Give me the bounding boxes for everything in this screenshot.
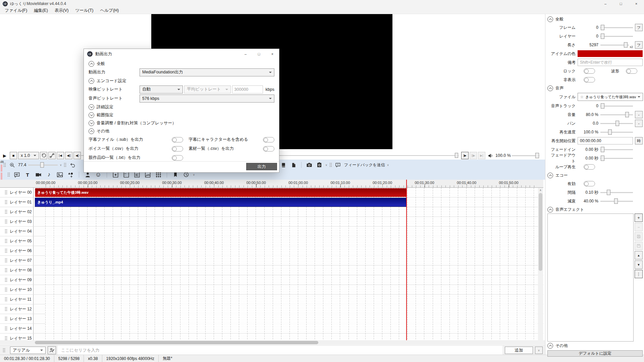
timeline-zoom-slider[interactable] [28,162,58,168]
audio-track-slider[interactable] [600,103,633,109]
seek-slider-thumb[interactable] [455,153,458,158]
capture-overflow-chevron[interactable]: ∨ [325,164,327,167]
add-text-item-icon[interactable]: T [23,171,32,179]
menu-tools[interactable]: ツール(T) [72,7,97,14]
length-value[interactable]: 5297 [578,43,598,47]
length-unit-button[interactable]: フ [635,41,643,49]
layer-header-cell[interactable]: レイヤー 13 [0,314,34,323]
font-select[interactable]: アリアル [10,347,46,354]
pan-value[interactable]: 0.0 [578,121,598,126]
pan-animation-button[interactable]: - [635,120,643,127]
layer-header-cell[interactable]: レイヤー 05 [0,236,34,246]
layer-header-cell[interactable]: レイヤー 00 [0,188,34,197]
add-serif-button[interactable]: 追加 [505,347,533,354]
audio-effects-list[interactable] [547,214,634,342]
layer-drag-handle[interactable] [5,248,7,253]
move-effect-down-button[interactable]: ▼ [635,260,643,269]
favorite-star-icon[interactable]: ☆ [580,95,584,99]
fade-out-value[interactable]: 0.00 秒 [578,156,598,161]
layer-header-cell[interactable]: レイヤー 08 [0,265,34,275]
export-file-icon[interactable] [289,161,298,169]
layer-drag-handle[interactable] [5,200,7,204]
material-list-toggle[interactable] [263,146,274,152]
toolbar-drag-handle[interactable] [64,163,66,167]
expand-range-icon[interactable] [89,112,94,118]
playhead[interactable] [406,180,407,340]
load-effect-preset-button[interactable] [635,232,643,241]
fade-out-slider[interactable] [600,156,633,161]
move-effect-up-button[interactable]: ▲ [635,251,643,259]
dialog-minimize-button[interactable]: – [239,49,252,59]
layer-header-cell[interactable]: レイヤー 02 [0,207,34,217]
layer-drag-handle[interactable] [5,209,7,214]
layer-header-cell[interactable]: レイヤー 07 [0,256,34,265]
add-video-item-icon[interactable] [34,171,42,179]
output-button[interactable]: 出力 [246,163,277,170]
item-color-swatch[interactable] [578,50,643,57]
fade-in-value[interactable]: 0.00 秒 [578,147,598,153]
time-unit-button[interactable]: 時 [635,137,643,144]
add-audio-item-icon[interactable]: ♪ [45,171,53,179]
layer-header-cell[interactable]: レイヤー 15 [0,334,34,340]
start-position-input[interactable]: 00:00:00.00 [578,137,633,144]
timeline-horizontal-scrollbar[interactable] [0,340,545,345]
collapse-dialog-others-icon[interactable] [89,128,94,134]
menu-edit[interactable]: 編集(E) [31,7,51,14]
collapse-audio-icon[interactable] [547,85,553,91]
serif-bar-drag-handle[interactable] [3,348,5,353]
layer-drag-handle[interactable] [5,297,7,302]
timeline-clip-audio[interactable]: きゅうり食ってた午後3時.wav [35,188,407,197]
echo-enabled-toggle[interactable] [584,181,595,186]
fade-in-slider[interactable] [600,147,633,152]
effect-menu-button[interactable]: ⋮ [635,270,643,278]
collapse-dialog-general-icon[interactable] [89,61,94,67]
audio-track-value[interactable]: 0 [578,104,598,108]
playback-speed-select[interactable]: x 1.0 [18,152,39,159]
maximize-button[interactable]: □ [613,0,629,7]
echo-decay-value[interactable]: 40.00 % [578,199,598,203]
parent-id-list-toggle[interactable] [172,155,183,161]
echo-interval-slider[interactable] [600,190,633,195]
voice-list-toggle[interactable] [172,146,183,152]
layer-header-cell[interactable]: レイヤー 06 [0,246,34,255]
layer-drag-handle[interactable] [5,219,7,224]
video-output-select[interactable]: MediaFoundation出力 [140,68,274,76]
toolbar-drag-handle[interactable] [3,163,6,167]
audio-file-select[interactable]: ☆ きゅうり食ってた午後3時.wav [578,93,643,101]
menu-file[interactable]: ファイル(F) [1,7,31,14]
master-volume-slider[interactable] [512,153,539,158]
forward-scene-button[interactable]: ||▶ [470,152,477,159]
layer-header-cell[interactable]: レイヤー 11 [0,295,34,304]
layer-drag-handle[interactable] [5,316,7,321]
toolbar-drag-handle[interactable] [329,163,332,167]
layer-header-cell[interactable]: レイヤー 12 [0,304,34,314]
stop-button[interactable]: ■ [10,152,17,159]
volume-value[interactable]: 80.0 % [578,112,598,117]
layer-header-cell[interactable]: レイヤー 01 [0,197,34,207]
clipboard-capture-icon[interactable] [315,161,323,169]
add-voice-item-icon[interactable] [13,171,21,179]
feedback-button[interactable]: フィードバックを送信 [344,162,385,168]
set-default-button[interactable]: デフォルトに設定 [547,350,643,357]
feedback-overflow-chevron[interactable]: ∨ [387,164,389,167]
speaker-edit-icon[interactable] [48,346,56,354]
dialog-close-button[interactable]: × [266,49,279,59]
play-from-cursor-button[interactable]: |▶ [461,152,469,159]
volume-slider[interactable] [600,112,633,117]
audio-bitrate-select[interactable]: 576 kbps [140,95,274,103]
vertical-scroll-thumb[interactable] [539,193,542,271]
zoom-overflow-chevron[interactable]: ∨ [60,164,62,167]
add-shape-item-icon[interactable] [66,171,74,179]
timeline-ruler[interactable]: 00:00:00.0000:00:10.0000:00:20.0000:00:3… [0,180,543,188]
speed-slider[interactable] [600,129,633,135]
layer-header-cell[interactable]: レイヤー 10 [0,285,34,294]
layer-drag-handle[interactable] [5,190,7,195]
pan-slider[interactable] [600,121,633,126]
layer-header-cell[interactable]: レイヤー 04 [0,227,34,236]
scroll-up-arrow[interactable]: ∧ [538,188,543,193]
seek-end-button[interactable]: ▶| [478,152,485,159]
layer-drag-handle[interactable] [5,268,7,273]
speed-value[interactable]: 100.0 % [578,130,598,134]
video-bitrate-type-select[interactable]: 平均ビットレート [184,85,230,94]
expand-volume-icon[interactable] [89,120,94,126]
